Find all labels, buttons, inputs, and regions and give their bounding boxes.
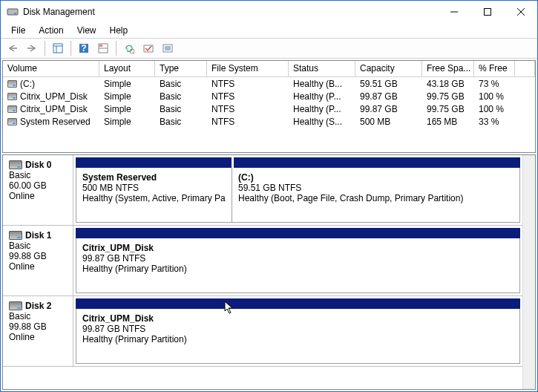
disk-name: Disk 2	[25, 301, 51, 311]
volume-type: Basic	[155, 91, 207, 102]
close-button[interactable]	[504, 1, 537, 23]
col-capacity[interactable]: Capacity	[355, 61, 422, 76]
svg-rect-6	[53, 44, 62, 53]
refresh-icon[interactable]	[120, 40, 138, 56]
volume-type: Basic	[155, 79, 207, 89]
partition-desc: Healthy (System, Active, Primary Pa	[82, 193, 226, 203]
svg-rect-13	[99, 45, 102, 47]
toolbar-view-icon[interactable]	[49, 40, 67, 56]
volume-pct: 33 %	[474, 117, 515, 127]
volume-name: Citrix_UPM_Disk	[20, 104, 88, 114]
disk-label-panel[interactable]: Disk 1Basic99.88 GBOnline	[3, 226, 73, 295]
menu-action[interactable]: Action	[33, 24, 69, 37]
volume-fs: NTFS	[207, 79, 289, 89]
minimize-button[interactable]	[437, 1, 470, 23]
volume-pct: 73 %	[474, 79, 515, 89]
svg-text:?: ?	[81, 43, 86, 53]
volume-status: Healthy (P...	[289, 91, 355, 102]
drive-icon	[7, 118, 17, 125]
volume-fs: NTFS	[207, 104, 289, 114]
menu-file[interactable]: File	[5, 24, 31, 37]
volume-layout: Simple	[99, 79, 155, 89]
volume-layout: Simple	[99, 104, 155, 114]
disk-name: Disk 1	[25, 230, 51, 241]
menu-help[interactable]: Help	[104, 24, 134, 37]
volume-capacity: 99.87 GB	[355, 104, 422, 114]
partition[interactable]: System Reserved500 MB NTFSHealthy (Syste…	[76, 168, 232, 222]
titlebar: Disk Management	[1, 1, 537, 23]
col-spacer[interactable]	[515, 61, 535, 76]
toolbar-layout-icon[interactable]	[94, 40, 112, 56]
volume-capacity: 99.87 GB	[355, 91, 422, 102]
partition[interactable]: Citrix_UPM_Disk99.87 GB NTFSHealthy (Pri…	[76, 238, 519, 293]
drive-icon	[7, 93, 17, 100]
svg-rect-1	[14, 13, 16, 14]
disk-icon	[9, 231, 22, 240]
volume-row[interactable]: Citrix_UPM_DiskSimpleBasicNTFSHealthy (P…	[3, 102, 535, 115]
partition-name: Citrix_UPM_Disk	[82, 313, 514, 324]
col-pct[interactable]: % Free	[474, 61, 515, 76]
partition-name: System Reserved	[82, 172, 226, 183]
disk-row: Disk 0Basic60.00 GBOnlineSystem Reserved…	[3, 155, 522, 226]
window-title: Disk Management	[23, 7, 437, 17]
volume-free: 99.75 GB	[422, 91, 474, 102]
disk-label-panel[interactable]: Disk 0Basic60.00 GBOnline	[3, 155, 73, 225]
disk-status: Online	[9, 261, 67, 272]
partition[interactable]: Citrix_UPM_Disk99.87 GB NTFSHealthy (Pri…	[76, 309, 519, 363]
volume-free: 99.75 GB	[422, 104, 474, 114]
volume-row[interactable]: (C:)SimpleBasicNTFSHealthy (B...59.51 GB…	[3, 77, 535, 90]
partition-stripe	[76, 298, 520, 309]
col-free[interactable]: Free Spa...	[422, 61, 474, 76]
volume-status: Healthy (S...	[289, 117, 355, 127]
disk-icon	[9, 301, 22, 310]
col-status[interactable]: Status	[289, 61, 355, 76]
help-icon[interactable]: ?	[75, 40, 93, 56]
col-filesystem[interactable]: File System	[207, 61, 289, 76]
partition-desc: Healthy (Primary Partition)	[82, 334, 514, 344]
partition-size: 59.51 GB NTFS	[238, 183, 514, 193]
forward-button[interactable]	[23, 40, 41, 56]
partition-stripe	[76, 157, 520, 168]
toolbar-list-icon[interactable]	[159, 40, 177, 56]
volume-pct: 100 %	[474, 91, 515, 102]
disk-label-panel[interactable]: Disk 2Basic99.88 GBOnline	[3, 296, 73, 366]
svg-rect-3	[484, 9, 491, 16]
col-volume[interactable]: Volume	[3, 61, 99, 76]
drive-icon	[7, 80, 17, 88]
disk-graphical-view: Disk 0Basic60.00 GBOnlineSystem Reserved…	[2, 154, 536, 390]
partition-size: 500 MB NTFS	[82, 183, 226, 193]
col-type[interactable]: Type	[155, 61, 207, 76]
volume-type: Basic	[155, 117, 207, 127]
maximize-button[interactable]	[470, 1, 504, 23]
disk-size: 99.88 GB	[9, 321, 67, 332]
disk-row: Disk 2Basic99.88 GBOnlineCitrix_UPM_Disk…	[3, 296, 522, 367]
partition-name: (C:)	[238, 172, 514, 183]
partition-size: 99.87 GB NTFS	[82, 324, 514, 334]
menu-view[interactable]: View	[71, 24, 102, 37]
partition-desc: Healthy (Boot, Page File, Crash Dump, Pr…	[238, 193, 514, 203]
volume-row[interactable]: Citrix_UPM_DiskSimpleBasicNTFSHealthy (P…	[3, 90, 535, 102]
partition[interactable]: (C:)59.51 GB NTFSHealthy (Boot, Page Fil…	[232, 168, 519, 222]
volume-layout: Simple	[99, 91, 155, 102]
volume-layout: Simple	[99, 117, 155, 127]
partition-name: Citrix_UPM_Disk	[82, 243, 514, 253]
disk-row: Disk 1Basic99.88 GBOnlineCitrix_UPM_Disk…	[3, 226, 522, 296]
disk-type: Basic	[9, 311, 67, 321]
disk-name: Disk 0	[25, 160, 51, 170]
volume-row[interactable]: System ReservedSimpleBasicNTFSHealthy (S…	[3, 115, 535, 128]
volume-pct: 100 %	[474, 104, 515, 114]
volume-name: Citrix_UPM_Disk	[20, 91, 88, 102]
volume-list: Volume Layout Type File System Status Ca…	[2, 60, 536, 153]
volume-name: System Reserved	[20, 117, 91, 127]
svg-line-15	[134, 53, 134, 53]
scrollbar[interactable]	[522, 155, 535, 389]
col-layout[interactable]: Layout	[99, 61, 155, 76]
app-icon	[7, 6, 19, 18]
volume-status: Healthy (P...	[289, 104, 355, 114]
volume-capacity: 500 MB	[355, 117, 422, 127]
back-button[interactable]	[4, 40, 22, 56]
toolbar-check-icon[interactable]	[140, 40, 157, 56]
disk-type: Basic	[9, 170, 67, 180]
disk-type: Basic	[9, 241, 67, 251]
partition-stripe	[76, 228, 520, 238]
